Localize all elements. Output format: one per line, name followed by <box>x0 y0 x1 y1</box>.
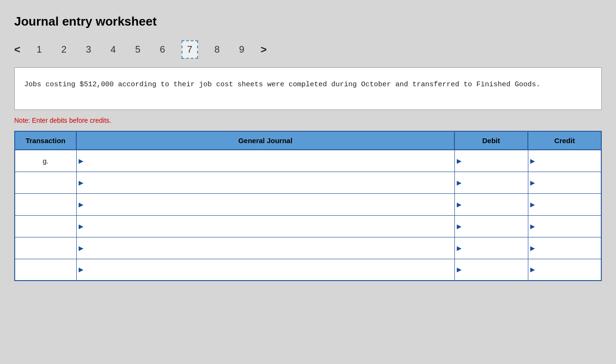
arrow-icon: ▶ <box>77 245 85 252</box>
journal-cell-1[interactable]: ▶ <box>76 172 454 193</box>
debit-cell-3[interactable]: ▶ <box>454 215 528 237</box>
description-text: Jobs costing $512,000 according to their… <box>24 81 540 89</box>
journal-input-3[interactable] <box>85 216 454 237</box>
table-row: ▶▶▶ <box>15 259 601 281</box>
credit-input-3[interactable] <box>537 216 601 237</box>
arrow-icon: ▶ <box>528 266 537 273</box>
journal-cell-3[interactable]: ▶ <box>76 215 454 237</box>
table-row: g.▶▶▶ <box>15 150 601 172</box>
arrow-icon: ▶ <box>455 179 463 186</box>
credit-cell-4[interactable]: ▶ <box>528 237 601 259</box>
debit-input-5[interactable] <box>463 259 528 281</box>
arrow-icon: ▶ <box>455 201 463 208</box>
transaction-cell-4 <box>15 237 76 259</box>
debit-input-1[interactable] <box>463 172 528 193</box>
credit-input-2[interactable] <box>537 194 601 215</box>
debit-input-0[interactable] <box>463 150 528 172</box>
arrow-icon: ▶ <box>77 223 85 230</box>
credit-input-0[interactable] <box>537 150 601 172</box>
description-box: Jobs costing $512,000 according to their… <box>14 67 602 110</box>
journal-cell-4[interactable]: ▶ <box>76 237 454 259</box>
journal-cell-5[interactable]: ▶ <box>76 259 454 281</box>
page-8[interactable]: 8 <box>211 44 223 55</box>
page-5[interactable]: 5 <box>132 44 144 55</box>
arrow-icon: ▶ <box>455 223 463 230</box>
page-9[interactable]: 9 <box>236 44 247 55</box>
note-text: Note: Enter debits before credits. <box>14 117 602 124</box>
credit-input-5[interactable] <box>537 259 601 281</box>
page-4[interactable]: 4 <box>108 44 119 55</box>
arrow-icon: ▶ <box>77 179 85 186</box>
journal-cell-2[interactable]: ▶ <box>76 193 454 215</box>
page-2[interactable]: 2 <box>58 44 70 55</box>
journal-input-2[interactable] <box>85 194 454 215</box>
prev-arrow[interactable]: < <box>14 44 20 56</box>
debit-input-4[interactable] <box>463 237 528 259</box>
arrow-icon: ▶ <box>455 245 463 252</box>
transaction-cell-0: g. <box>15 150 76 172</box>
col-header-transaction: Transaction <box>15 131 76 150</box>
credit-cell-1[interactable]: ▶ <box>528 172 601 193</box>
credit-input-4[interactable] <box>537 237 601 259</box>
arrow-icon: ▶ <box>77 266 85 273</box>
page-title: Journal entry worksheet <box>14 14 602 29</box>
arrow-icon: ▶ <box>77 157 85 164</box>
arrow-icon: ▶ <box>455 157 463 164</box>
arrow-icon: ▶ <box>77 201 85 208</box>
credit-input-1[interactable] <box>537 172 601 193</box>
debit-cell-1[interactable]: ▶ <box>454 172 528 193</box>
arrow-icon: ▶ <box>528 245 537 252</box>
table-row: ▶▶▶ <box>15 215 601 237</box>
debit-cell-0[interactable]: ▶ <box>454 150 528 172</box>
transaction-cell-2 <box>15 193 76 215</box>
journal-table: Transaction General Journal Debit Credit… <box>14 131 602 281</box>
debit-cell-5[interactable]: ▶ <box>454 259 528 281</box>
page-7-active[interactable]: 7 <box>181 40 198 59</box>
debit-cell-4[interactable]: ▶ <box>454 237 528 259</box>
table-row: ▶▶▶ <box>15 172 601 193</box>
transaction-cell-5 <box>15 259 76 281</box>
next-arrow[interactable]: > <box>261 44 267 56</box>
credit-cell-3[interactable]: ▶ <box>528 215 601 237</box>
transaction-cell-1 <box>15 172 76 193</box>
journal-input-4[interactable] <box>85 237 454 259</box>
journal-input-0[interactable] <box>85 150 454 172</box>
arrow-icon: ▶ <box>528 201 537 208</box>
pagination: < 1 2 3 4 5 6 7 8 9 > <box>14 40 602 59</box>
arrow-icon: ▶ <box>528 157 537 164</box>
journal-input-5[interactable] <box>85 259 454 281</box>
col-header-general-journal: General Journal <box>76 131 454 150</box>
page-3[interactable]: 3 <box>83 44 94 55</box>
debit-input-3[interactable] <box>463 216 528 237</box>
credit-cell-5[interactable]: ▶ <box>528 259 601 281</box>
col-header-credit: Credit <box>528 131 601 150</box>
journal-input-1[interactable] <box>85 172 454 193</box>
arrow-icon: ▶ <box>528 223 537 230</box>
transaction-cell-3 <box>15 215 76 237</box>
page-1[interactable]: 1 <box>34 44 45 55</box>
col-header-debit: Debit <box>454 131 528 150</box>
page-6[interactable]: 6 <box>157 44 168 55</box>
credit-cell-2[interactable]: ▶ <box>528 193 601 215</box>
table-row: ▶▶▶ <box>15 193 601 215</box>
credit-cell-0[interactable]: ▶ <box>528 150 601 172</box>
debit-cell-2[interactable]: ▶ <box>454 193 528 215</box>
journal-cell-0[interactable]: ▶ <box>76 150 454 172</box>
arrow-icon: ▶ <box>455 266 463 273</box>
table-row: ▶▶▶ <box>15 237 601 259</box>
arrow-icon: ▶ <box>528 179 537 186</box>
debit-input-2[interactable] <box>463 194 528 215</box>
